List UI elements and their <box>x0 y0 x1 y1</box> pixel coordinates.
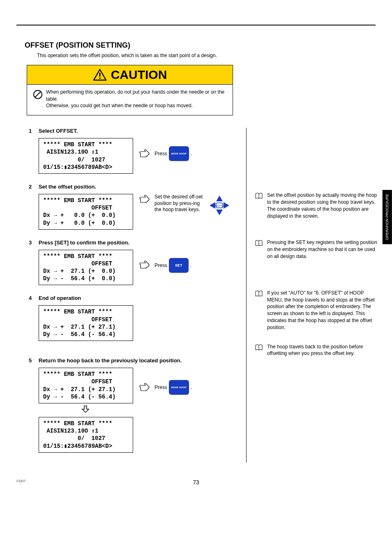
book-icon <box>255 240 263 249</box>
sidenote-2: Set the offset position by actually movi… <box>255 192 378 219</box>
book-icon <box>255 290 263 299</box>
step-1-press: Press <box>154 151 167 157</box>
step-5-lcd-1: ***** EMB START **** OFFSET Dx → + 27.1 … <box>39 368 133 403</box>
down-arrow-icon <box>39 405 132 415</box>
hoop-travel-keys-icon[interactable]: POSITION <box>208 194 231 218</box>
sidenote-4: If you set "AUTO" for "6. OFFSET" of HOO… <box>255 290 378 331</box>
step-3-lcd: ***** EMB START **** OFFSET Dx → + 27.1 … <box>39 250 133 286</box>
hand-pointer-icon <box>139 195 150 204</box>
step-5-head: Return the hoop back to the previously l… <box>39 357 182 364</box>
step-5: 5 Return the hoop back to the previously… <box>16 357 238 453</box>
hand-pointer-icon <box>139 260 150 270</box>
step-4-num: 4 <box>29 295 39 301</box>
svg-marker-5 <box>216 196 223 201</box>
step-1-num: 1 <box>29 128 39 134</box>
step-5-lcd-2: ***** EMB START **** AISIN123.10O ⇕1 0/ … <box>39 417 133 453</box>
svg-rect-1 <box>99 73 100 77</box>
step-4-head: End of operation <box>39 295 81 301</box>
step-3-press: Press <box>154 263 167 268</box>
caution-header: CAUTION <box>27 65 233 85</box>
svg-text:POSITION: POSITION <box>214 205 226 207</box>
move-hoop-button[interactable]: MOVE HOOP <box>169 380 189 395</box>
move-hoop-button[interactable]: MOVE HOOP <box>169 146 189 161</box>
step-3: 3 Press [SET] to confirm the position. *… <box>16 240 238 286</box>
hand-pointer-icon <box>139 383 150 392</box>
sidenote-3-text: Pressing the SET key registers the setti… <box>267 239 378 260</box>
book-icon <box>255 193 263 201</box>
side-tab: OPERATION PROCEDURE <box>383 190 392 244</box>
step-2: 2 Set the offset position. ***** EMB STA… <box>16 184 238 230</box>
step-3-dot: . <box>190 263 191 268</box>
caution-line1: When performing this operation, do not p… <box>46 89 227 103</box>
set-button[interactable]: SET <box>169 258 189 273</box>
prohibition-icon <box>33 90 43 109</box>
sidenote-4-text: If you set "AUTO" for "6. OFFSET" of HOO… <box>267 290 378 331</box>
book-icon <box>255 344 263 353</box>
caution-word: CAUTION <box>111 68 167 82</box>
step-2-lcd: ***** EMB START **** OFFSET Dx → + 0.0 (… <box>39 194 133 230</box>
page-footer: FD07 73 <box>16 479 376 486</box>
step-3-num: 3 <box>29 240 39 246</box>
caution-box: CAUTION When performing this operation, … <box>27 65 233 115</box>
step-5-dot: . <box>191 385 192 390</box>
move-hoop-label: MOVE HOOP <box>171 152 187 155</box>
step-2-instr: Set the desired off-set position by pres… <box>154 194 204 213</box>
step-4-lcd: ***** EMB START **** OFFSET Dx → + 27.1 … <box>39 305 133 341</box>
step-3-head: Press [SET] to confirm the position. <box>39 240 129 246</box>
step-1: 1 Select OFFSET. ***** EMB START **** AI… <box>16 128 238 174</box>
svg-rect-2 <box>99 78 100 79</box>
step-4: 4 End of operation ***** EMB START **** … <box>16 295 238 341</box>
step-1-dot: . <box>191 151 192 157</box>
sidenote-5: The hoop travels back to the position be… <box>255 343 378 357</box>
step-5-num: 5 <box>29 357 39 364</box>
intro-text: This operation sets the offset position,… <box>37 52 230 59</box>
footer-code: FD07 <box>16 479 25 483</box>
step-1-head: Select OFFSET. <box>39 128 78 134</box>
section-title: OFFSET (POSITION SETTING) <box>25 41 376 50</box>
caution-line2: Otherwise, you could get hurt when the n… <box>46 102 227 109</box>
step-5-press: Press <box>154 385 167 390</box>
set-button-label: SET <box>175 263 182 267</box>
sidenote-2-text: Set the offset position by actually movi… <box>267 192 378 219</box>
svg-line-4 <box>35 92 41 97</box>
step-2-head: Set the offset position. <box>39 184 96 190</box>
step-2-num: 2 <box>29 184 39 190</box>
step-1-lcd: ***** EMB START **** AISIN123.10O ⇕1 0/ … <box>39 138 133 174</box>
hand-pointer-icon <box>139 149 150 159</box>
caution-body-text: When performing this operation, do not p… <box>46 89 227 109</box>
sidenote-5-text: The hoop travels back to the position be… <box>267 343 378 357</box>
move-hoop-label: MOVE HOOP <box>171 386 187 389</box>
sidenote-3: Pressing the SET key registers the setti… <box>255 239 378 260</box>
page-number: 73 <box>193 479 199 486</box>
svg-marker-6 <box>216 210 223 215</box>
warning-triangle-icon <box>93 69 107 81</box>
